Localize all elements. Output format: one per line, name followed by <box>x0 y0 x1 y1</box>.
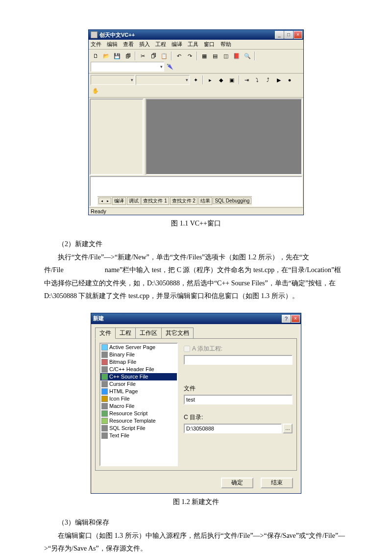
file-type-icon <box>101 418 108 424</box>
menu-item[interactable]: 帮助 <box>220 41 231 47</box>
add-to-project-check: A 添加工程: <box>184 345 293 353</box>
browse-button[interactable]: … <box>283 424 293 433</box>
saveall-icon[interactable]: 🗐 <box>123 51 133 61</box>
file-type-icon <box>101 359 108 365</box>
redo-icon[interactable]: ↷ <box>185 51 195 61</box>
build-icon[interactable]: ◆ <box>216 75 226 85</box>
dlg-tabbar: 文件工程工作区其它文档 <box>91 324 301 338</box>
tab-workspaces[interactable]: 工作区 <box>135 328 162 338</box>
stepover-icon[interactable]: ⤵ <box>252 75 262 85</box>
cancel-button[interactable]: 结束 <box>261 478 293 488</box>
output-tab[interactable]: 调试 <box>127 197 141 205</box>
file-type-item[interactable]: Active Server Page <box>100 344 177 351</box>
output-tab[interactable]: 编译 <box>112 197 126 205</box>
go-icon[interactable]: ▸ <box>205 75 215 85</box>
file-type-label: Binary File <box>109 352 135 357</box>
menu-item[interactable]: 编译 <box>172 41 182 47</box>
location-input[interactable] <box>184 424 282 433</box>
find-combo[interactable] <box>91 62 164 72</box>
workspace-panel <box>90 99 144 175</box>
save-icon[interactable]: 💾 <box>112 51 122 61</box>
file-type-icon <box>101 432 108 439</box>
tab-files[interactable]: 文件 <box>95 328 116 339</box>
menu-item[interactable]: 窗口 <box>204 41 215 47</box>
wand-icon[interactable]: ✦ <box>191 75 200 85</box>
output-tab[interactable]: 查找文件 1 <box>141 197 169 205</box>
stepout-icon[interactable]: ⤴ <box>263 75 273 85</box>
menu-item[interactable]: 编辑 <box>107 41 118 47</box>
new-icon[interactable]: 🗋 <box>91 51 100 61</box>
step-icon[interactable]: ⇥ <box>242 75 251 85</box>
file-type-item[interactable]: Text File <box>100 432 177 439</box>
file-type-icon <box>101 381 108 387</box>
file-type-item[interactable]: HTML Page <box>100 388 177 395</box>
output-tab[interactable]: SQL Debugging <box>213 198 251 204</box>
search-icon[interactable]: 🌂 <box>165 62 175 72</box>
project-combo <box>184 355 293 365</box>
close-button[interactable]: × <box>294 31 302 39</box>
book-icon[interactable]: 📕 <box>232 51 242 61</box>
heading-step2: （2）新建文件 <box>44 238 348 251</box>
find-icon[interactable]: 🔍 <box>243 51 252 61</box>
output-tab[interactable]: 查找文件 2 <box>170 197 197 205</box>
file-type-label: Cursor File <box>109 381 136 387</box>
menu-item[interactable]: 工具 <box>188 41 198 47</box>
output-tab[interactable]: 结果 <box>198 197 212 205</box>
paste-icon[interactable]: 📋 <box>159 51 169 61</box>
file-type-item[interactable]: Resource Script <box>100 410 177 417</box>
file-type-item[interactable]: Cursor File <box>100 380 177 388</box>
paragraph-step3: 在编辑窗口（如图 1.3 所示）中输入源程序，然后执行“文件/File”—>“保… <box>44 530 348 555</box>
undo-icon[interactable]: ↶ <box>174 51 184 61</box>
file-type-item[interactable]: Icon File <box>100 395 177 403</box>
output-icon[interactable]: ▤ <box>210 51 220 61</box>
figure-caption-2: 图 1.2 新建文件 <box>44 498 348 506</box>
tab-projects[interactable]: 工程 <box>115 328 136 338</box>
file-type-item[interactable]: Bitmap File <box>100 358 177 366</box>
dlg-close-button[interactable]: × <box>291 315 300 323</box>
menu-item[interactable]: 工程 <box>155 41 166 47</box>
file-type-label: Bitmap File <box>109 359 136 365</box>
file-type-icon <box>101 425 108 431</box>
breakpoint-icon[interactable]: ● <box>285 75 294 85</box>
maximize-button[interactable]: □ <box>284 31 293 39</box>
run-icon[interactable]: ▶ <box>274 75 284 85</box>
app-icon <box>91 31 98 38</box>
window-icon[interactable]: ◫ <box>221 51 231 61</box>
class-combo[interactable] <box>91 75 135 85</box>
file-type-item[interactable]: Binary File <box>100 351 177 358</box>
help-button[interactable]: ? <box>282 315 291 323</box>
file-type-item[interactable]: C/C++ Header File <box>100 366 177 373</box>
open-icon[interactable]: 📂 <box>101 51 111 61</box>
cut-icon[interactable]: ✂ <box>138 51 147 61</box>
dlg-title: 新建 <box>93 315 281 322</box>
client-area <box>89 98 303 176</box>
filename-input[interactable] <box>184 395 293 404</box>
menubar: 文件 编辑 查看 插入 工程 编译 工具 窗口 帮助 <box>89 40 303 50</box>
figure-vc-window: 创天中文VC++ _ □ × 文件 编辑 查看 插入 工程 编译 工具 窗口 帮… <box>44 29 348 215</box>
member-combo[interactable] <box>136 75 190 85</box>
toolbar-1: 🗋 📂 💾 🗐 ✂ 🗍 📋 ↶ ↷ ▦ ▤ ◫ 📕 🔍 🌂 <box>89 50 303 74</box>
menu-item[interactable]: 查看 <box>123 41 134 47</box>
file-type-list[interactable]: Active Server PageBinary FileBitmap File… <box>99 343 178 466</box>
ok-button[interactable]: 确定 <box>221 478 253 488</box>
workspace-icon[interactable]: ▦ <box>199 51 209 61</box>
heading-step3: （3）编辑和保存 <box>44 516 348 530</box>
minimize-button[interactable]: _ <box>275 31 284 39</box>
file-type-icon <box>101 388 108 395</box>
file-type-label: C++ Source File <box>109 374 148 379</box>
file-type-item[interactable]: Macro File <box>100 403 177 410</box>
figure-new-dialog: 新建 ? × 文件工程工作区其它文档 Active Server PageBin… <box>44 313 348 494</box>
separator <box>239 76 240 84</box>
file-type-item[interactable]: Resource Template <box>100 417 177 425</box>
tab-other[interactable]: 其它文档 <box>161 328 194 338</box>
hand-icon[interactable]: ✋ <box>91 86 100 96</box>
copy-icon[interactable]: 🗍 <box>148 51 158 61</box>
compile-icon[interactable]: ▣ <box>227 75 237 85</box>
file-type-item[interactable]: SQL Script File <box>100 425 177 432</box>
menu-item[interactable]: 插入 <box>139 41 150 47</box>
file-type-icon <box>101 403 108 409</box>
menu-item[interactable]: 文件 <box>91 41 101 47</box>
file-type-icon <box>101 366 108 373</box>
file-type-item[interactable]: C++ Source File <box>100 373 177 380</box>
figure-caption-1: 图 1.1 VC++窗口 <box>44 219 348 228</box>
